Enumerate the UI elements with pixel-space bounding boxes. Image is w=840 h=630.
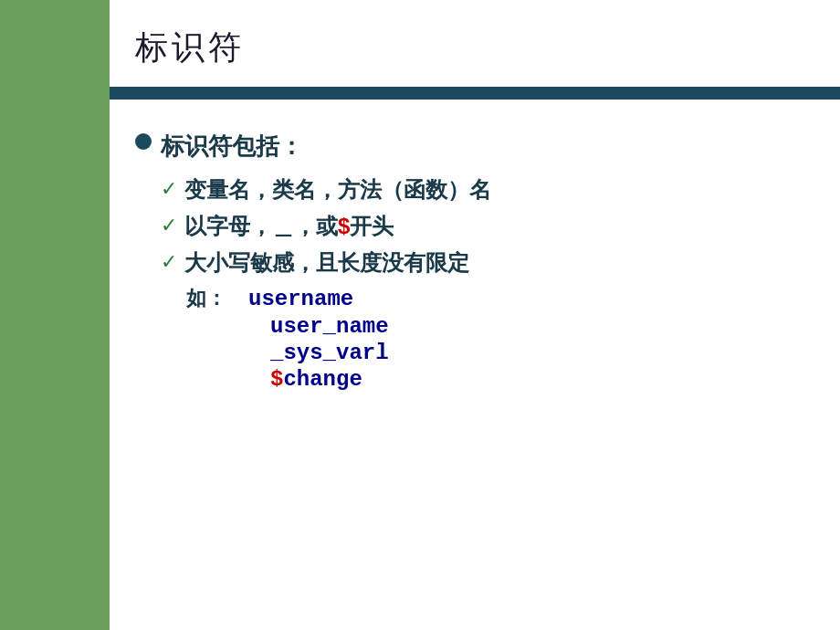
sub-bullet-1: ✓ 变量名，类名，方法（函数）名	[161, 173, 796, 206]
slide: 标识符 标识符包括： ✓ 变量名，类名，方法（函数）名 ✓ 以字母，＿，或$开头…	[0, 0, 840, 630]
example-code-2: user_name	[270, 314, 796, 339]
sub-bullet-2: ✓ 以字母，＿，或$开头	[161, 210, 796, 243]
check-icon-3: ✓	[161, 247, 177, 277]
sub-bullet-text-2: 以字母，＿，或$开头	[184, 210, 394, 243]
example-code-3: _sys_varl	[270, 341, 796, 365]
example-code-4: $change	[270, 367, 796, 392]
divider-bar	[110, 87, 840, 100]
example-label: 如：	[186, 285, 241, 312]
check-icon-2: ✓	[161, 210, 177, 240]
slide-title: 标识符	[135, 26, 840, 70]
example-section: 如： username user_name _sys_varl $change	[186, 285, 796, 392]
sub-bullet-3: ✓ 大小写敏感，且长度没有限定	[161, 247, 796, 279]
dollar-highlight: $	[338, 214, 350, 238]
sub-bullet-text-3: 大小写敏感，且长度没有限定	[184, 247, 469, 279]
dollar-sign-code: $	[270, 367, 283, 392]
title-area: 标识符	[0, 0, 840, 87]
main-bullet: 标识符包括：	[135, 129, 796, 164]
sub-bullets: ✓ 变量名，类名，方法（函数）名 ✓ 以字母，＿，或$开头 ✓ 大小写敏感，且长…	[161, 173, 796, 392]
example-row-first: 如： username	[186, 285, 796, 312]
content-area: 标识符包括： ✓ 变量名，类名，方法（函数）名 ✓ 以字母，＿，或$开头 ✓ 大…	[0, 100, 840, 630]
example-code-1: username	[248, 287, 353, 311]
sub-bullet-text-1: 变量名，类名，方法（函数）名	[184, 173, 491, 206]
bullet-dot	[135, 133, 152, 150]
check-icon-1: ✓	[161, 173, 177, 204]
main-bullet-text: 标识符包括：	[161, 129, 303, 164]
